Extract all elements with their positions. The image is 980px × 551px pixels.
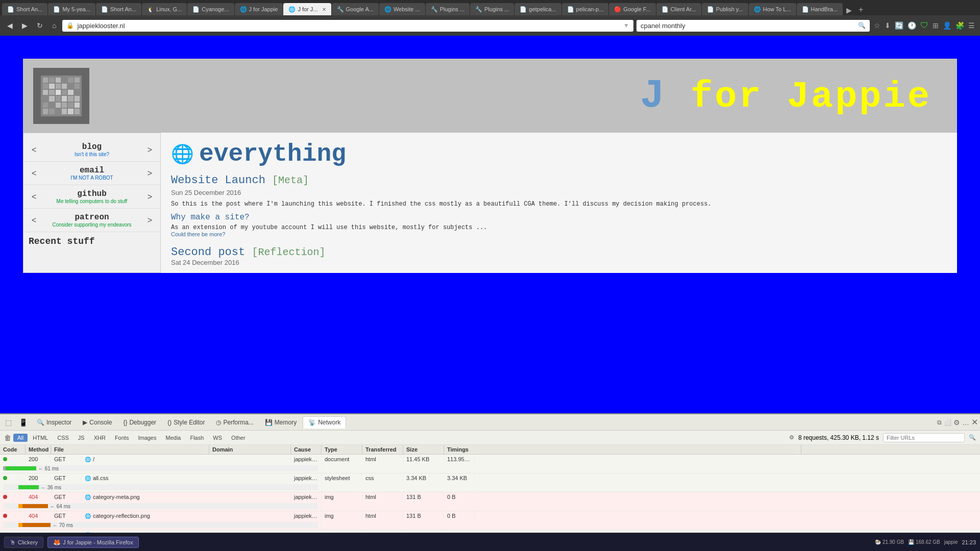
clickery-icon: 🖱 <box>10 539 16 546</box>
url-dropdown-icon[interactable]: ▼ <box>623 22 629 29</box>
filter-flash[interactable]: Flash <box>186 434 208 442</box>
tab-performance[interactable]: ◷ Performa... <box>211 417 258 428</box>
tab-style-editor[interactable]: () Style Editor <box>162 417 210 428</box>
download-icon[interactable]: ⬇ <box>884 20 892 31</box>
devtools-split-icon[interactable]: ⧉ <box>937 419 942 426</box>
puzzle-icon[interactable]: 🧩 <box>954 20 965 31</box>
col-timings[interactable]: Timings <box>444 445 801 454</box>
post-1-title-link[interactable]: Website Launch [Meta] <box>171 174 309 187</box>
devtools-dock-icon[interactable]: ⬜ <box>944 419 951 426</box>
filter-all[interactable]: All <box>13 434 28 442</box>
tab-plugins2[interactable]: 🔧 Plugins ... <box>470 3 514 15</box>
nav-arrow-right-github[interactable]: > <box>144 191 155 203</box>
tab-website[interactable]: 🌐 Website ... <box>379 3 425 15</box>
home-button[interactable]: ⌂ <box>49 19 59 32</box>
clock-icon[interactable]: 🕐 <box>906 20 917 31</box>
col-method[interactable]: Method <box>26 445 51 454</box>
nav-arrow-left-email[interactable]: < <box>29 168 39 179</box>
menu-icon[interactable]: ☰ <box>967 20 976 31</box>
nav-arrow-left-patreon[interactable]: < <box>29 215 39 226</box>
taskbar-clickery[interactable]: 🖱 Clickery <box>4 537 43 548</box>
col-transferred[interactable]: Transferred <box>362 445 403 454</box>
tab-memory[interactable]: 💾 Memory <box>260 417 302 428</box>
url-bar: 🔒 jappieklooster.nl ▼ <box>62 20 633 32</box>
filter-media[interactable]: Media <box>161 434 185 442</box>
nav-patreon-sub: Consider supporting my endeavors <box>39 222 144 228</box>
nav-arrow-right-blog[interactable]: > <box>144 144 155 156</box>
filter-fonts[interactable]: Fonts <box>111 434 133 442</box>
tab-google-f[interactable]: 🔴 Google F... <box>609 3 655 15</box>
tab-getpelica[interactable]: 📄 getpelica... <box>514 3 561 15</box>
search-text[interactable]: cpanel monthly <box>641 22 855 30</box>
tab-close-icon[interactable]: ✕ <box>322 7 326 12</box>
sync-icon[interactable]: 🔄 <box>894 20 904 31</box>
tab-plugins1[interactable]: 🔧 Plugins ... <box>426 3 470 15</box>
tab-handbra[interactable]: 📄 HandBra... <box>797 3 843 15</box>
devtools-pick-element[interactable]: ⬚ <box>2 417 15 428</box>
tab-my5[interactable]: 📄 My 5-yea... <box>48 3 95 15</box>
url-text[interactable]: jappieklooster.nl <box>77 22 620 30</box>
filter-js[interactable]: JS <box>74 434 89 442</box>
forward-button[interactable]: ▶ <box>19 19 31 32</box>
filter-xhr[interactable]: XHR <box>90 434 110 442</box>
post-category: 🌐 everything <box>171 140 947 168</box>
table-row[interactable]: 404 GET 🌐category-reflection.png jappiek… <box>0 511 980 530</box>
filter-url-input[interactable] <box>883 433 965 442</box>
table-row[interactable]: 200 GET 🌐/ jappieklooster.nl document ht… <box>0 455 980 473</box>
tab-inspector[interactable]: 🔍 Inspector <box>32 417 77 428</box>
devtools-settings-icon[interactable]: ⚙ <box>953 418 960 427</box>
col-cause[interactable]: Cause <box>291 445 322 454</box>
devtools-close-icon[interactable]: ✕ <box>971 417 978 427</box>
tab-google-a[interactable]: 🔧 Google A... <box>332 3 379 15</box>
grid-icon[interactable]: ⊞ <box>932 20 940 31</box>
devtools-overflow-icon[interactable]: … <box>962 418 969 427</box>
nav-arrow-left-blog[interactable]: < <box>29 144 39 156</box>
tab-console[interactable]: ▶ Console <box>78 417 117 428</box>
col-file[interactable]: File <box>51 445 209 454</box>
nav-arrow-left-github[interactable]: < <box>29 191 39 203</box>
tab-network[interactable]: 📡 Network <box>303 416 346 429</box>
clear-icon[interactable]: 🗑 <box>4 434 11 442</box>
col-size[interactable]: Size <box>403 445 444 454</box>
devtools-responsive[interactable]: 📱 <box>16 417 31 428</box>
search-bar[interactable]: cpanel monthly 🔍 <box>636 20 870 32</box>
new-tab-button[interactable]: + <box>855 4 866 15</box>
back-button[interactable]: ◀ <box>4 19 16 32</box>
refresh-button[interactable]: ↻ <box>34 19 46 32</box>
system-info: 🐏 21.90 GB 💾 168.62 GB jappie <box>875 539 958 545</box>
tab-linux[interactable]: 🐧 Linux, G... <box>142 3 187 15</box>
filter-ws[interactable]: WS <box>209 434 226 442</box>
col-code[interactable]: Code <box>0 445 26 454</box>
tab-pelican-p[interactable]: 📄 pelican-p... <box>562 3 609 15</box>
col-type[interactable]: Type <box>322 445 362 454</box>
tab-short2[interactable]: 📄 Short An... <box>96 3 141 15</box>
person-icon[interactable]: 👤 <box>942 20 952 31</box>
tab-jforjappie1[interactable]: 🌐 J for Jappie <box>235 3 283 15</box>
tab-publish[interactable]: 📄 Publish y... <box>702 3 748 15</box>
filter-html[interactable]: HTML <box>29 434 52 442</box>
taskbar-firefox[interactable]: 🦊 J for Jappie - Mozilla Firefox <box>47 537 139 548</box>
tab-short-an[interactable]: 📄 Short An... <box>2 3 47 15</box>
filter-css[interactable]: CSS <box>53 434 73 442</box>
filter-images[interactable]: Images <box>134 434 160 442</box>
post-2-title-link[interactable]: Second post [Reflection] <box>171 246 325 259</box>
table-row[interactable]: 404 GET 🌐category-meta.png jappieklooste… <box>0 492 980 511</box>
shield-icon[interactable]: 🛡 <box>919 20 929 31</box>
clickery-label: Clickery <box>18 539 38 545</box>
tab-debugger[interactable]: {} Debugger <box>118 417 161 428</box>
row-domain: jappieklooster.nl <box>291 492 322 502</box>
tab-client-ar[interactable]: 📄 Client Ar... <box>656 3 701 15</box>
bookmark-icon[interactable]: ☆ <box>873 20 881 31</box>
nav-arrow-right-email[interactable]: > <box>144 168 155 179</box>
nav-arrow-right-patreon[interactable]: > <box>144 215 155 226</box>
col-domain[interactable]: Domain <box>209 445 291 454</box>
filter-other[interactable]: Other <box>227 434 250 442</box>
row-method: GET <box>51 455 82 464</box>
tab-cyano[interactable]: 📄 Cyanoge... <box>187 3 234 15</box>
search-icon[interactable]: 🔍 <box>858 22 866 29</box>
table-row[interactable]: 200 GET 🌐all.css jappieklooster.nl style… <box>0 473 980 492</box>
post-1-more[interactable]: Could there be more? <box>171 231 947 237</box>
tab-howto[interactable]: 🌐 How To L... <box>749 3 796 15</box>
tabs-overflow-icon[interactable]: ▶ <box>843 5 855 15</box>
tab-jforjappie-active[interactable]: 🌐 J for J... ✕ <box>283 3 331 15</box>
